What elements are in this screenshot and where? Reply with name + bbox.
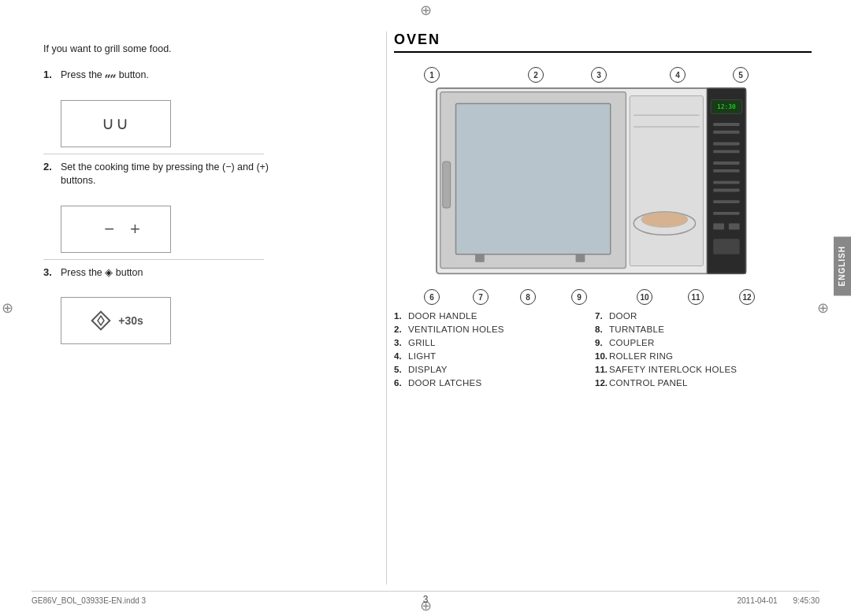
footer: GE86V_BOL_03933E-EN.indd 3 2011-04-01 9:… xyxy=(32,591,819,605)
part-item-9: 9. COUPLER xyxy=(595,338,780,347)
step-2: 2. Set the cooking time by pressing the … xyxy=(43,161,351,188)
svg-rect-9 xyxy=(713,150,739,153)
right-column: OVEN 1 2 3 4 5 12:30 xyxy=(394,32,812,391)
label-6: 6 xyxy=(424,289,440,305)
label-11: 11 xyxy=(688,289,704,305)
svg-rect-22 xyxy=(630,96,703,266)
part-item-6: 6. DOOR LATCHES xyxy=(394,378,579,388)
reg-mark-top: ⊕ xyxy=(420,2,432,19)
label-3: 3 xyxy=(591,67,607,83)
svg-rect-27 xyxy=(475,254,485,262)
svg-rect-20 xyxy=(455,104,610,254)
svg-text:12:30: 12:30 xyxy=(717,103,736,110)
grill-symbol: ∪∪ xyxy=(102,113,130,134)
part-item-3: 3. GRILL xyxy=(394,338,579,347)
svg-rect-6 xyxy=(713,123,739,126)
label-10: 10 xyxy=(637,289,652,305)
label-4: 4 xyxy=(670,67,686,83)
step-3-text: Press the ◈ button xyxy=(61,266,143,280)
label-5: 5 xyxy=(733,67,749,83)
minus-symbol: − xyxy=(91,219,130,239)
part-item-7: 7. DOOR xyxy=(595,311,780,321)
part-item-4: 4. LIGHT xyxy=(394,351,579,361)
grill-button-illustration: ∪∪ xyxy=(61,100,171,147)
reg-mark-right: ⊕ xyxy=(817,299,829,317)
svg-rect-0 xyxy=(92,312,110,330)
part-item-2: 2. VENTILATION HOLES xyxy=(394,325,579,334)
part-item-1: 1. DOOR HANDLE xyxy=(394,311,579,321)
svg-point-26 xyxy=(641,212,688,228)
svg-rect-17 xyxy=(729,224,740,230)
footer-date: 2011-04-01 xyxy=(737,596,777,605)
step-3: 3. Press the ◈ button xyxy=(43,266,351,280)
label-12: 12 xyxy=(739,289,755,305)
part-item-11: 11. SAFETY INTERLOCK HOLES xyxy=(595,365,780,374)
step-1-text: Press the 𝓊𝓊 button. xyxy=(61,69,149,83)
step-1-number: 1. xyxy=(43,69,58,80)
timer-button-illustration: +30s xyxy=(61,297,171,344)
step-2-text: Set the cooking time by pressing the (−)… xyxy=(61,161,269,188)
intro-text: If you want to grill some food. xyxy=(43,43,351,54)
part-item-5: 5. DISPLAY xyxy=(394,365,579,374)
english-tab: ENGLISH xyxy=(834,236,851,295)
svg-marker-1 xyxy=(98,316,104,325)
svg-rect-28 xyxy=(576,254,585,262)
page: ⊕ ⊕ ⊕ ⊕ If you want to grill some food. … xyxy=(0,0,851,616)
diamond-icon xyxy=(88,308,113,333)
step-divider-2 xyxy=(43,259,264,260)
plus-symbol: + xyxy=(130,219,140,239)
label-9: 9 xyxy=(571,289,587,305)
center-divider xyxy=(386,32,387,584)
label-8: 8 xyxy=(520,289,536,305)
svg-rect-10 xyxy=(713,161,739,165)
svg-rect-7 xyxy=(713,131,739,134)
left-column: If you want to grill some food. 1. Press… xyxy=(43,43,351,349)
part-item-8: 8. TURNTABLE xyxy=(595,325,780,334)
footer-filename: GE86V_BOL_03933E-EN.indd 3 xyxy=(32,596,146,605)
oven-diagram: 1 2 3 4 5 12:30 xyxy=(410,61,796,305)
label-7: 7 xyxy=(473,289,489,305)
svg-rect-11 xyxy=(713,169,739,173)
reg-mark-left: ⊕ xyxy=(2,299,13,317)
svg-rect-18 xyxy=(713,239,739,254)
parts-list: 1. DOOR HANDLE 2. VENTILATION HOLES 3. G… xyxy=(394,311,780,391)
svg-rect-16 xyxy=(713,224,724,230)
oven-section-title: OVEN xyxy=(394,32,812,53)
step-1: 1. Press the 𝓊𝓊 button. xyxy=(43,69,351,83)
timer-btn-content: +30s xyxy=(88,308,143,333)
label-2: 2 xyxy=(528,67,544,83)
plus30s-label: +30s xyxy=(118,314,143,327)
svg-rect-13 xyxy=(713,188,739,191)
svg-rect-8 xyxy=(713,143,739,146)
parts-col-left: 1. DOOR HANDLE 2. VENTILATION HOLES 3. G… xyxy=(394,311,579,391)
svg-rect-15 xyxy=(713,212,739,215)
step-3-number: 3. xyxy=(43,266,58,278)
plusminus-button-illustration: − + xyxy=(61,206,171,253)
parts-col-right: 7. DOOR 8. TURNTABLE 9. COUPLER 10. ROLL… xyxy=(595,311,780,391)
svg-rect-14 xyxy=(713,200,739,203)
step-2-number: 2. xyxy=(43,161,58,173)
oven-svg: 12:30 xyxy=(418,84,780,289)
svg-rect-12 xyxy=(713,181,739,184)
part-item-10: 10. ROLLER RING xyxy=(595,351,780,361)
svg-rect-21 xyxy=(443,161,451,208)
step-divider-1 xyxy=(43,154,264,154)
label-1: 1 xyxy=(424,67,440,83)
part-item-12: 12. CONTROL PANEL xyxy=(595,378,780,388)
footer-time: 9:45:30 xyxy=(793,596,819,605)
